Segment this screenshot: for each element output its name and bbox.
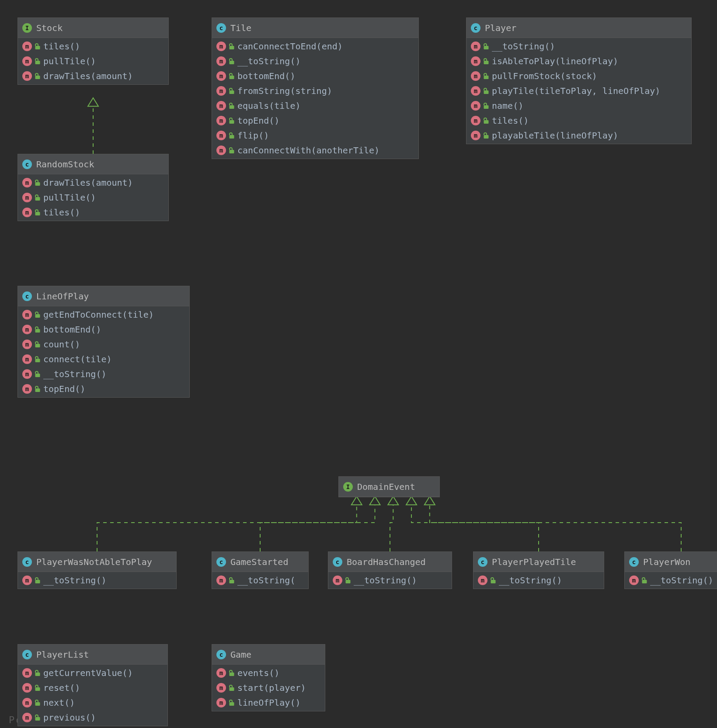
member-row[interactable]: bottomEnd() — [212, 69, 418, 83]
member-row[interactable]: playableTile(lineOfPlay) — [466, 128, 691, 143]
members: __toString() — [328, 572, 452, 589]
svg-rect-42 — [230, 673, 234, 676]
member-row[interactable]: tiles() — [18, 205, 168, 220]
member-row[interactable]: __toString( — [212, 573, 308, 588]
class-title: LineOfPlay — [36, 291, 89, 302]
member-row[interactable]: equals(tile) — [212, 98, 418, 113]
class-Tile[interactable]: Tile canConnectToEnd(end) __toString() b… — [212, 17, 419, 159]
svg-rect-30 — [35, 359, 40, 362]
class-header[interactable]: Player — [466, 18, 691, 38]
class-PlayerPlayedTile[interactable]: PlayerPlayedTile __toString() — [473, 551, 604, 589]
method-icon — [216, 71, 226, 81]
member-row[interactable]: tiles() — [466, 113, 691, 128]
svg-rect-12 — [230, 46, 234, 49]
member-row[interactable]: pullTile() — [18, 190, 168, 205]
class-header[interactable]: GameStarted — [212, 552, 308, 572]
class-header[interactable]: PlayerWon — [625, 552, 717, 572]
class-header[interactable]: PlayerWasNotAbleToPlay — [18, 552, 176, 572]
member-row[interactable]: bottomEnd() — [18, 322, 189, 337]
svg-rect-32 — [35, 388, 40, 392]
member-signature: start(player) — [237, 683, 306, 693]
member-row[interactable]: __toString() — [212, 54, 418, 69]
class-DomainEvent[interactable]: DomainEvent — [338, 476, 440, 497]
class-title: RandomStock — [36, 159, 94, 170]
svg-rect-36 — [491, 580, 496, 583]
member-row[interactable]: drawTiles(amount) — [18, 69, 168, 83]
svg-rect-14 — [230, 76, 234, 79]
member-row[interactable]: getEndToConnect(tile) — [18, 307, 189, 322]
diagram-canvas: Powered by yFiles Stock tiles() pullTile… — [0, 0, 717, 728]
class-header[interactable]: PlayerList — [18, 645, 167, 665]
member-row[interactable]: playTile(tileToPlay, lineOfPlay) — [466, 83, 691, 98]
member-row[interactable]: pullFromStock(stock) — [466, 69, 691, 83]
class-header[interactable]: LineOfPlay — [18, 286, 189, 306]
member-row[interactable]: tiles() — [18, 39, 168, 54]
member-row[interactable]: canConnectWith(anotherTile) — [212, 143, 418, 158]
class-header[interactable]: Tile — [212, 18, 418, 38]
member-row[interactable]: drawTiles(amount) — [18, 175, 168, 190]
class-header[interactable]: BoardHasChanged — [328, 552, 452, 572]
class-LineOfPlay[interactable]: LineOfPlay getEndToConnect(tile) bottomE… — [17, 286, 190, 398]
svg-rect-15 — [230, 90, 234, 94]
member-row[interactable]: isAbleToPlay(lineOfPlay) — [466, 54, 691, 69]
member-row[interactable]: events() — [212, 666, 325, 680]
class-header[interactable]: Stock — [18, 18, 168, 38]
member-row[interactable]: name() — [466, 98, 691, 113]
member-row[interactable]: __toString() — [473, 573, 604, 588]
members: __toString( — [212, 572, 308, 589]
svg-rect-8 — [35, 76, 40, 79]
member-row[interactable]: lineOfPlay() — [212, 695, 325, 710]
class-GameStarted[interactable]: GameStarted __toString( — [212, 551, 309, 589]
svg-marker-1 — [352, 496, 362, 505]
class-Stock[interactable]: Stock tiles() pullTile() drawTiles(amoun… — [17, 17, 169, 85]
class-PlayerWon[interactable]: PlayerWon __toString() — [624, 551, 717, 589]
member-row[interactable]: topEnd() — [212, 113, 418, 128]
members: canConnectToEnd(end) __toString() bottom… — [212, 38, 418, 159]
member-row[interactable]: __toString() — [625, 573, 717, 588]
lock-open-icon — [35, 326, 41, 333]
svg-marker-4 — [406, 496, 417, 505]
member-row[interactable]: canConnectToEnd(end) — [212, 39, 418, 54]
member-row[interactable]: count() — [18, 337, 189, 352]
lock-open-icon — [229, 102, 235, 109]
class-PlayerList[interactable]: PlayerList getCurrentValue() reset() nex… — [17, 644, 168, 726]
member-row[interactable]: __toString() — [18, 573, 176, 588]
member-row[interactable]: next() — [18, 695, 167, 710]
class-RandomStock[interactable]: RandomStock drawTiles(amount) pullTile()… — [17, 154, 169, 221]
member-signature: topEnd() — [43, 384, 85, 394]
class-BoardHasChanged[interactable]: BoardHasChanged __toString() — [328, 551, 452, 589]
members: __toString() — [473, 572, 604, 589]
method-icon — [22, 71, 32, 81]
lock-open-icon — [35, 669, 41, 676]
member-row[interactable]: previous() — [18, 710, 167, 725]
class-header[interactable]: Game — [212, 645, 325, 665]
svg-rect-37 — [642, 580, 647, 583]
member-row[interactable]: fromString(string) — [212, 83, 418, 98]
method-icon — [333, 575, 342, 585]
class-header[interactable]: RandomStock — [18, 154, 168, 174]
member-row[interactable]: topEnd() — [18, 381, 189, 396]
member-row[interactable]: flip() — [212, 128, 418, 143]
lock-open-icon — [35, 311, 41, 318]
member-row[interactable]: connect(tile) — [18, 352, 189, 367]
class-header[interactable]: DomainEvent — [339, 477, 439, 497]
member-row[interactable]: reset() — [18, 680, 167, 695]
member-row[interactable]: __toString() — [18, 367, 189, 381]
member-row[interactable]: pullTile() — [18, 54, 168, 69]
member-row[interactable]: __toString() — [466, 39, 691, 54]
member-row[interactable]: start(player) — [212, 680, 325, 695]
class-header[interactable]: PlayerPlayedTile — [473, 552, 604, 572]
member-signature: reset() — [43, 683, 80, 693]
lock-open-icon — [483, 132, 489, 139]
method-icon — [22, 369, 32, 379]
svg-rect-10 — [35, 197, 40, 201]
member-row[interactable]: getCurrentValue() — [18, 666, 167, 680]
class-PlayerWasNotAbleToPlay[interactable]: PlayerWasNotAbleToPlay __toString() — [17, 551, 177, 589]
class-Player[interactable]: Player __toString() isAbleToPlay(lineOfP… — [466, 17, 692, 144]
method-icon — [22, 354, 32, 364]
member-row[interactable]: __toString() — [328, 573, 452, 588]
lock-open-icon — [229, 58, 235, 65]
member-signature: pullTile() — [43, 56, 96, 66]
class-icon — [22, 291, 32, 301]
class-Game[interactable]: Game events() start(player) lineOfPlay() — [212, 644, 325, 711]
